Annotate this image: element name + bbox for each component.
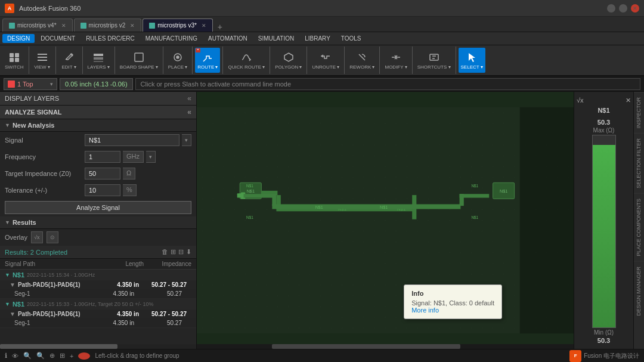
panel-collapse2-button[interactable]: « (187, 108, 191, 116)
path-label-2: Path-PAD5(1)-PAD6(1) (18, 311, 97, 317)
scroll-thumb[interactable] (0, 344, 117, 349)
signal-input[interactable] (85, 134, 179, 146)
overlay-circle-button[interactable]: ⊙ (47, 231, 58, 243)
menu-library[interactable]: LIBRARY (300, 34, 335, 43)
frequency-dropdown[interactable]: ▾ (146, 151, 156, 163)
col-signal-path: Signal Path (5, 261, 102, 267)
h-scroll-thumb[interactable] (272, 344, 460, 349)
frequency-input[interactable] (85, 151, 120, 163)
impedance-min-value: 50.3 (597, 337, 610, 344)
menu-tools[interactable]: TOOLS (336, 34, 366, 43)
zoom-fit-icon[interactable]: ⊕ (49, 352, 55, 360)
new-tab-button[interactable]: + (218, 22, 222, 32)
info-icon[interactable]: ℹ (5, 352, 7, 360)
canvas-scrollbar-h[interactable] (197, 344, 574, 349)
menu-rules[interactable]: RULES DRC/ERC (81, 34, 140, 43)
pcb-canvas[interactable]: N$1 N$1 N$1 N$1 (197, 92, 574, 349)
menu-manufacturing[interactable]: MANUFACTURING (141, 34, 202, 43)
unroute-button[interactable]: UNROUTE ▾ (309, 48, 342, 73)
zoom-out-icon[interactable]: 🔍 (23, 352, 32, 360)
sort-result-button[interactable]: ⊟ (178, 248, 184, 256)
group1-toggle-icon: ▼ (5, 272, 10, 278)
result-group-2-header[interactable]: ▼ N$1 2022-11-15 15:33 · 1.00GHz, Target… (0, 299, 196, 310)
path-expand-icon-2: ▼ (10, 311, 16, 317)
switch-button[interactable]: SWITCH (2, 48, 26, 73)
selection-filter-tab[interactable]: SELECTION FILTER (634, 133, 644, 193)
copy-result-button[interactable]: ⊞ (171, 248, 176, 256)
display-layers-header[interactable]: DISPLAY LAYERS « (0, 92, 196, 106)
delete-result-button[interactable]: 🗑 (162, 248, 168, 256)
toolbar-group-polygon: POLYGON ▾ (273, 47, 307, 74)
menu-design[interactable]: DESIGN (2, 34, 35, 43)
menu-automation[interactable]: AUTOMATION (203, 34, 252, 43)
tab-close-icon[interactable]: ✕ (61, 23, 66, 29)
place-components-tab[interactable]: PLACE COMPONENTS (634, 193, 644, 261)
overlay-formula-button[interactable]: √x (31, 231, 43, 243)
tab-close-icon[interactable]: ✕ (202, 23, 206, 29)
tab-close-icon[interactable]: ✕ (130, 23, 135, 29)
modify-button[interactable]: MODIFY ▾ (382, 48, 409, 73)
tolerance-input[interactable] (85, 184, 120, 196)
command-hint: Click or press Slash to activate command… (135, 78, 640, 90)
select-button[interactable]: SELECT ▾ (459, 48, 485, 73)
place-button[interactable]: PLACE ▾ (166, 48, 190, 73)
toolbar-group-layers: LAYERS ▾ (85, 47, 115, 74)
grid-icon[interactable]: ⊞ (60, 352, 65, 360)
inspector-panel: √x ✕ N$1 50.3 Max (Ω) Min (Ω) 50.3 (574, 92, 633, 349)
board-shape-button[interactable]: BOARD SHAPE ▾ (117, 48, 160, 73)
layer-dropdown-icon[interactable]: ▾ (50, 81, 53, 87)
quick-route-button[interactable]: QUICK ROUTE ▾ (225, 48, 267, 73)
route-button[interactable]: " ROUTE ▾ (195, 48, 220, 73)
tab-microstrips-v2[interactable]: microstrips v2 ✕ (74, 18, 142, 32)
inspector-tab[interactable]: INSPECTOR (634, 92, 644, 133)
edit-button[interactable]: EDIT ▾ (58, 48, 80, 73)
results-header: Results: 2 Completed 🗑 ⊞ ⊟ ⬇ (0, 246, 196, 259)
svg-marker-14 (284, 53, 293, 61)
export-result-button[interactable]: ⬇ (186, 248, 191, 256)
maximize-button[interactable]: □ (619, 4, 627, 13)
impedance-max-value: 50.3 (597, 119, 610, 126)
new-analysis-section[interactable]: ▼ New Analysis (0, 119, 196, 132)
modify-label: MODIFY ▾ (385, 64, 407, 70)
group2-toggle-icon: ▼ (5, 301, 10, 307)
layers-button[interactable]: LAYERS ▾ (85, 48, 112, 73)
path-impedance-2: 50.27 - 50.27 (139, 311, 187, 317)
tab-microstrips-v3[interactable]: microstrips v3* ✕ (143, 18, 213, 32)
impedance-input[interactable] (85, 168, 120, 180)
view-button[interactable]: VIEW ▾ (32, 48, 53, 73)
tab-icon (9, 23, 15, 29)
menu-document[interactable]: DOCUMENT (36, 34, 80, 43)
window-controls[interactable]: ─ □ ✕ (607, 4, 639, 13)
inspector-close-button[interactable]: ✕ (626, 97, 631, 104)
rework-button[interactable]: REWORK ▾ (347, 48, 377, 73)
inspector-header: √x ✕ (577, 97, 631, 104)
svg-rect-5 (38, 57, 47, 58)
canvas-area[interactable]: N$1 N$1 N$1 N$1 (197, 92, 574, 349)
svg-rect-35 (244, 194, 274, 197)
minimize-button[interactable]: ─ (607, 4, 615, 13)
tab-microstrips-v4[interactable]: microstrips v4* ✕ (2, 18, 73, 32)
close-button[interactable]: ✕ (631, 4, 639, 13)
analyze-signal-button[interactable]: Analyze Signal (5, 201, 191, 214)
panel-collapse-button[interactable]: « (187, 94, 191, 103)
eye-icon[interactable]: 👁 (12, 352, 18, 360)
menu-simulation[interactable]: SIMULATION (253, 34, 299, 43)
zoom-in-icon[interactable]: 🔍 (36, 352, 45, 360)
signal-dropdown[interactable]: ▾ (182, 134, 191, 146)
group2-meta: 2022-11-15 15:33 · 1.00GHz, Target Z0 50… (27, 301, 153, 307)
shortcuts-button[interactable]: SHORTCUTS ▾ (415, 48, 453, 73)
svg-rect-3 (15, 58, 19, 62)
impedance-unit: Ω (123, 168, 135, 180)
polygon-button[interactable]: POLYGON ▾ (273, 48, 304, 73)
results-section[interactable]: ▼ Results (0, 216, 196, 229)
layer-select[interactable]: 1 Top ▾ (4, 78, 57, 90)
result-group-1-header[interactable]: ▼ N$1 2022-11-15 15:34 · 1.00GHz (0, 270, 196, 280)
analyze-signal-header[interactable]: ANALYZE SIGNAL « (0, 106, 196, 119)
panel-scrollbar[interactable] (0, 344, 196, 349)
right-sidebar: INSPECTOR SELECTION FILTER PLACE COMPONE… (633, 92, 644, 349)
place-label: PLACE ▾ (168, 64, 187, 70)
col-impedance: Impedance (144, 261, 191, 267)
result-path-row-1: ▼ Path-PAD5(1)-PAD6(1) 4.350 in 50.27 - … (0, 280, 196, 289)
formula-icon: √x (577, 97, 584, 104)
design-manager-tab[interactable]: DESIGN MANAGER (634, 261, 644, 321)
